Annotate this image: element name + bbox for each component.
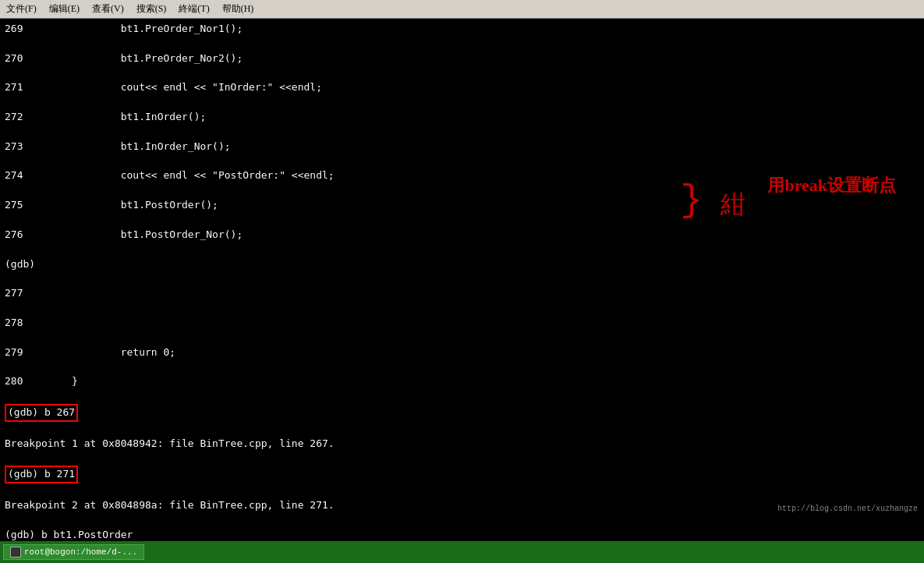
menu-view[interactable]: 查看(V) xyxy=(89,2,127,16)
menu-search[interactable]: 搜索(S) xyxy=(133,2,170,16)
menu-file[interactable]: 文件(F) xyxy=(3,2,40,16)
terminal-icon xyxy=(10,547,21,558)
main-window: 文件(F) 编辑(E) 查看(V) 搜索(S) 終端(T) 帮助(H) 269 … xyxy=(0,0,924,563)
menu-help[interactable]: 帮助(H) xyxy=(219,2,257,16)
break-brace: } xyxy=(680,182,703,219)
menubar[interactable]: 文件(F) 编辑(E) 查看(V) 搜索(S) 終端(T) 帮助(H) xyxy=(0,0,924,19)
menu-edit[interactable]: 编辑(E) xyxy=(46,2,83,16)
watermark: http://blog.csdn.net/xuzhangze xyxy=(777,505,918,513)
code-block: 269 bt1.PreOrder_Nor1(); 270 bt1.PreOrde… xyxy=(5,22,919,541)
taskbar-label: root@bogon:/home/d-... xyxy=(24,547,137,557)
terminal-content: 269 bt1.PreOrder_Nor1(); 270 bt1.PreOrde… xyxy=(5,22,919,541)
break-annotation: 紺 用break设置断点 xyxy=(767,174,896,197)
terminal[interactable]: 269 bt1.PreOrder_Nor1(); 270 bt1.PreOrde… xyxy=(0,19,924,541)
menu-terminal[interactable]: 終端(T) xyxy=(175,2,212,16)
taskbar-terminal-item[interactable]: root@bogon:/home/d-... xyxy=(3,544,144,560)
taskbar: root@bogon:/home/d-... xyxy=(0,541,924,563)
